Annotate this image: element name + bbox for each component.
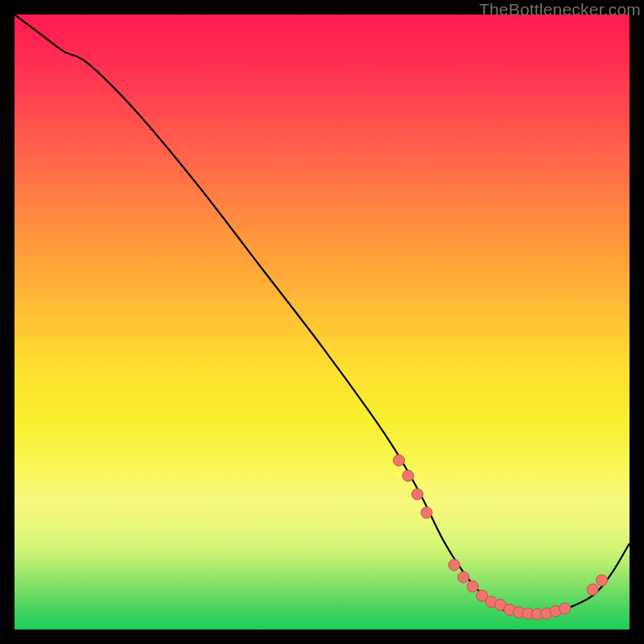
- data-marker: [421, 507, 432, 518]
- chart-svg: [14, 14, 630, 630]
- data-marker: [559, 603, 571, 614]
- plot-area: [14, 14, 630, 630]
- attribution-label: TheBottlenecker.com: [479, 0, 641, 19]
- data-marker: [402, 470, 414, 481]
- data-marker: [467, 581, 478, 592]
- bottleneck-curve: [14, 14, 630, 615]
- chart-stage: TheBottlenecker.com: [0, 0, 644, 644]
- data-marker: [458, 572, 469, 583]
- data-marker: [587, 584, 598, 595]
- data-marker: [597, 575, 608, 586]
- data-marker: [411, 489, 423, 500]
- data-marker: [448, 559, 460, 571]
- data-marker: [394, 455, 405, 466]
- data-markers: [394, 455, 608, 620]
